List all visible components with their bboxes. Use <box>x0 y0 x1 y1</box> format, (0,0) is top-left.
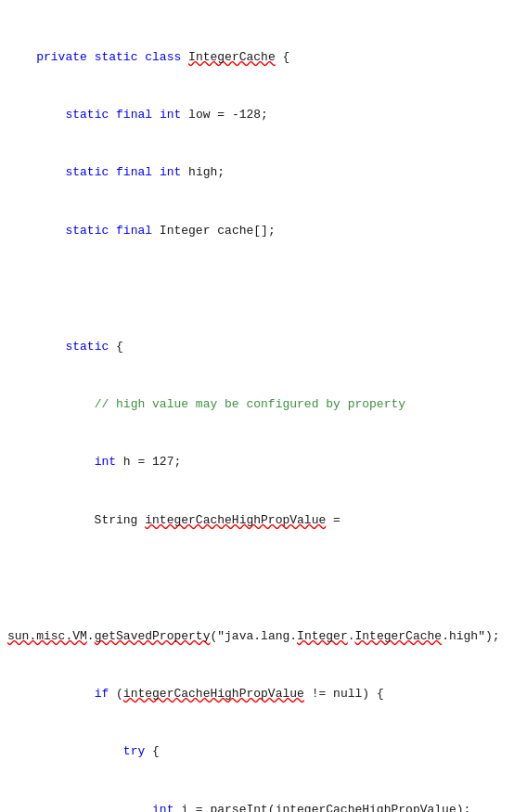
line-14: int i = parseInt(integerCacheHighPropVal… <box>7 801 507 812</box>
line-1: private static class IntegerCache { <box>7 48 507 68</box>
code-container: private static class IntegerCache { stat… <box>0 0 514 812</box>
line-4: static final Integer cache[]; <box>7 222 507 241</box>
line-10 <box>7 569 507 588</box>
line-8: int h = 127; <box>7 453 507 472</box>
line-3: static final int high; <box>7 163 507 183</box>
line-2: static final int low = -128; <box>7 106 507 125</box>
line-6: static { <box>7 338 507 357</box>
line-12: if (integerCacheHighPropValue != null) { <box>7 685 507 704</box>
line-7: // high value may be configured by prope… <box>7 395 507 415</box>
line-9: String integerCacheHighPropValue = <box>7 511 507 531</box>
line-5 <box>7 279 507 299</box>
line-13: try { <box>7 742 507 762</box>
line-11: sun.misc.VM.getSavedProperty("java.lang.… <box>7 627 507 647</box>
